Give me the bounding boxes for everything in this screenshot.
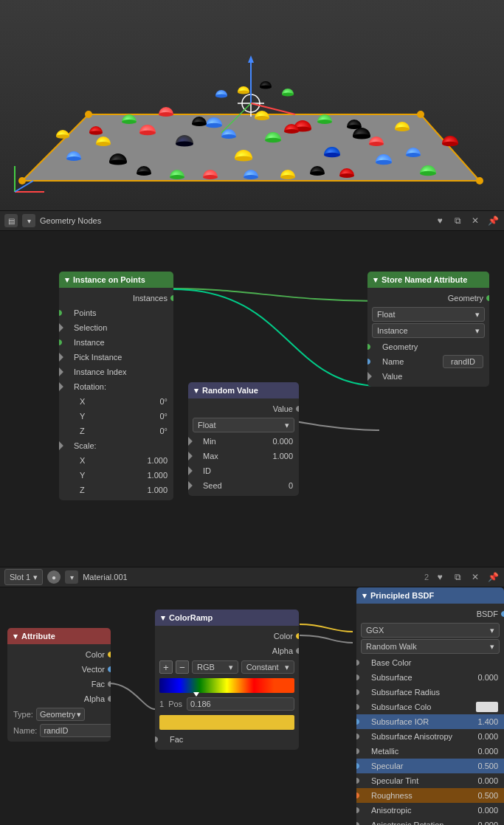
bsdf-specular-socket[interactable] bbox=[356, 763, 359, 769]
bsdf-specular-tint-row: Specular Tint 0.000 bbox=[356, 773, 504, 788]
colorramp-gradient-bar[interactable] bbox=[159, 678, 294, 693]
random-float-dropdown[interactable]: Float ▾ bbox=[193, 418, 294, 432]
node-collapse-arrow[interactable]: ▾ bbox=[65, 275, 69, 285]
node-colorramp-collapse[interactable]: ▾ bbox=[161, 613, 165, 623]
bsdf-anisotropic-socket[interactable] bbox=[356, 807, 359, 813]
colorramp-fac-socket[interactable] bbox=[155, 736, 158, 742]
node-attr-collapse[interactable]: ▾ bbox=[13, 632, 18, 641]
node-attribute-header: ▾ Attribute bbox=[7, 628, 111, 644]
attr-vector-socket[interactable] bbox=[108, 666, 111, 672]
material-users: 2 bbox=[424, 573, 429, 581]
attr-fac-socket[interactable] bbox=[108, 681, 111, 687]
mat-dropdown-icon[interactable]: ▾ bbox=[65, 570, 78, 584]
bsdf-subsurface-anisotropy-row: Subsurface Anisotropy 0.000 bbox=[356, 729, 504, 744]
dropdown-arrow[interactable]: ▾ bbox=[22, 214, 35, 227]
bsdf-roughness-row: Roughness 0.500 bbox=[356, 788, 504, 803]
copy-button[interactable]: ⧉ bbox=[451, 214, 464, 227]
bsdf-ggx-dropdown[interactable]: GGX ▾ bbox=[361, 623, 500, 638]
instances-output-socket[interactable] bbox=[170, 295, 173, 301]
bsdf-ior-socket[interactable] bbox=[356, 719, 359, 725]
random-value-output-socket[interactable] bbox=[296, 406, 299, 412]
random-id-socket[interactable] bbox=[188, 466, 193, 474]
bsdf-subsurface-ior-row: Subsurface IOR 1.400 bbox=[356, 714, 504, 729]
node-random-value: ▾ Random Value Value Float ▾ Min 0.000 bbox=[188, 382, 299, 496]
points-input-socket[interactable] bbox=[59, 310, 62, 316]
attr-color-socket[interactable] bbox=[108, 652, 111, 657]
node-editor-icon: ▤ bbox=[4, 214, 18, 227]
colorramp-pos-row: 1 Pos 0.186 bbox=[155, 695, 299, 713]
pick-instance-socket[interactable] bbox=[59, 353, 63, 361]
material-name: Material.001 bbox=[83, 573, 420, 581]
node-colorramp-header: ▾ ColorRamp bbox=[155, 610, 299, 626]
random-seed-socket[interactable] bbox=[188, 481, 193, 489]
mat-pin-button[interactable]: ♥ bbox=[433, 570, 446, 584]
attr-color-row: Color bbox=[7, 647, 111, 662]
scale-label-row: Scale: bbox=[59, 438, 173, 453]
random-max-socket[interactable] bbox=[188, 452, 193, 460]
store-geo-input-socket[interactable] bbox=[367, 344, 370, 350]
store-name-input[interactable] bbox=[443, 355, 483, 368]
colorramp-interp-dropdown[interactable]: Constant ▾ bbox=[241, 660, 294, 674]
bsdf-basecolor-socket[interactable] bbox=[356, 660, 359, 666]
scale-x-row: X 1.000 bbox=[59, 453, 173, 468]
bsdf-subsurface-color-socket[interactable] bbox=[356, 704, 359, 710]
bsdf-anisotropic-row: Anisotropic 0.000 bbox=[356, 803, 504, 818]
rotation-socket[interactable] bbox=[59, 382, 63, 390]
bsdf-output-row: BSDF bbox=[356, 607, 504, 621]
attr-vector-row: Vector bbox=[7, 662, 111, 677]
mat-copy-button[interactable]: ⧉ bbox=[451, 570, 464, 584]
colorramp-color-socket[interactable] bbox=[296, 633, 299, 639]
bsdf-output-socket[interactable] bbox=[501, 611, 504, 617]
attr-type-dropdown[interactable]: Geometry ▾ bbox=[36, 708, 85, 721]
colorramp-add-btn[interactable]: + bbox=[159, 660, 173, 674]
node-store-collapse[interactable]: ▾ bbox=[373, 275, 378, 285]
bsdf-subsurface-socket[interactable] bbox=[356, 674, 359, 680]
node-bsdf-collapse[interactable]: ▾ bbox=[362, 591, 367, 601]
instance-index-socket[interactable] bbox=[59, 367, 63, 376]
viewport-3d[interactable] bbox=[0, 0, 504, 210]
mat-close-button[interactable]: ✕ bbox=[469, 570, 482, 584]
node-instance-body: Instances Points Selection Instance Pic bbox=[59, 288, 173, 500]
bsdf-subsurface-color-swatch[interactable] bbox=[476, 702, 498, 712]
store-value-socket[interactable] bbox=[367, 372, 372, 380]
store-name-socket[interactable] bbox=[367, 359, 370, 365]
node-editor-header: ▤ ▾ Geometry Nodes ♥ ⧉ ✕ 📌 bbox=[0, 210, 504, 231]
instance-index-row: Instance Index bbox=[59, 365, 173, 379]
bsdf-roughness-socket[interactable] bbox=[356, 793, 359, 798]
close-button[interactable]: ✕ bbox=[469, 214, 482, 227]
bsdf-aniso-rot-socket[interactable] bbox=[356, 822, 359, 825]
colorramp-pos-input[interactable]: 0.186 bbox=[187, 697, 294, 711]
slot-dropdown[interactable]: Slot 1 ▾ bbox=[4, 569, 43, 585]
colorramp-mode-dropdown[interactable]: RGB ▾ bbox=[192, 660, 238, 674]
pin-button[interactable]: ♥ bbox=[433, 214, 446, 227]
random-id-row: ID bbox=[188, 463, 299, 478]
bsdf-metallic-socket[interactable] bbox=[356, 748, 359, 754]
bsdf-subsurface-radius-socket[interactable] bbox=[356, 689, 359, 695]
pin2-button[interactable]: 📌 bbox=[486, 214, 500, 227]
bsdf-randomwalk-dropdown[interactable]: Random Walk ▾ bbox=[361, 639, 500, 654]
mat-pin2-button[interactable]: 📌 bbox=[486, 570, 500, 584]
colorramp-alpha-socket[interactable] bbox=[296, 648, 299, 654]
node-editor-canvas[interactable]: ▾ Instance on Points Instances Points Se… bbox=[0, 231, 504, 567]
colorramp-stop-marker[interactable] bbox=[193, 692, 199, 697]
store-geo-input-row: Geometry bbox=[367, 339, 489, 354]
bsdf-subsurface-radius-row: Subsurface Radius bbox=[356, 685, 504, 700]
store-instance-dropdown[interactable]: Instance ▾ bbox=[372, 323, 485, 338]
selection-socket[interactable] bbox=[59, 323, 63, 331]
node-random-collapse[interactable]: ▾ bbox=[194, 386, 199, 396]
instance-socket[interactable] bbox=[59, 339, 62, 345]
scale-socket[interactable] bbox=[59, 441, 63, 449]
random-min-socket[interactable] bbox=[188, 437, 193, 445]
colorramp-remove-btn[interactable]: − bbox=[176, 660, 189, 674]
attr-alpha-socket[interactable] bbox=[108, 696, 111, 702]
bsdf-sub-aniso-socket[interactable] bbox=[356, 733, 359, 739]
node-principled-bsdf: ▾ Principled BSDF BSDF GGX ▾ Random Walk… bbox=[356, 587, 504, 825]
store-geo-output-socket[interactable] bbox=[486, 295, 489, 301]
material-editor-canvas[interactable]: ▾ Attribute Color Vector Fac Alpha Typ bbox=[0, 587, 504, 825]
store-name-row: Name bbox=[367, 354, 489, 369]
bsdf-specular-tint-socket[interactable] bbox=[356, 778, 359, 784]
bsdf-anisotropic-rotation-row: Anisotropic Rotation 0.000 bbox=[356, 818, 504, 825]
store-float-dropdown[interactable]: Float ▾ bbox=[372, 307, 485, 322]
attr-name-input[interactable] bbox=[40, 724, 111, 737]
node-instance-header: ▾ Instance on Points bbox=[59, 272, 173, 288]
